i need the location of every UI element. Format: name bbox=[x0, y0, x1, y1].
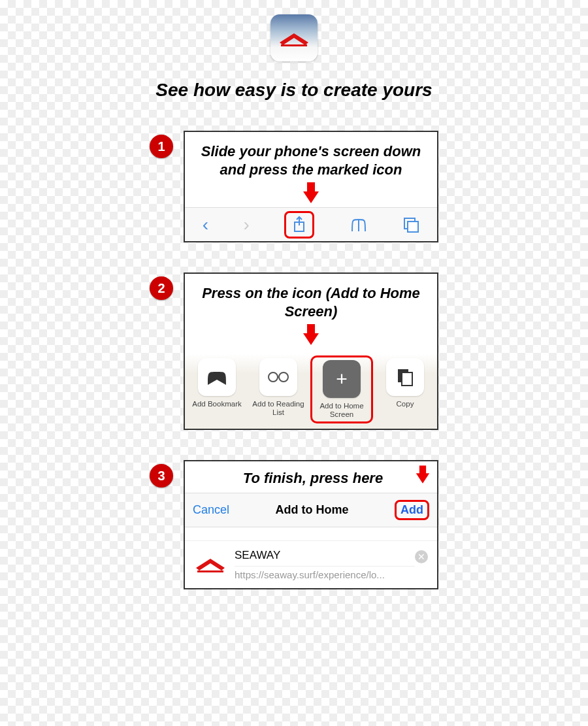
step-badge-3: 3 bbox=[150, 464, 173, 487]
svg-rect-11 bbox=[197, 570, 223, 572]
navbar-title: Add to Home bbox=[276, 503, 349, 517]
seaway-logo-icon bbox=[278, 28, 310, 48]
share-option-home-screen[interactable]: + Add to Home Screen bbox=[310, 355, 373, 423]
share-button-highlight[interactable] bbox=[284, 211, 314, 239]
step-2-card: Press on the icon (Add to Home Screen) A… bbox=[184, 272, 438, 430]
svg-rect-5 bbox=[408, 222, 418, 232]
bookmarks-icon[interactable] bbox=[350, 217, 368, 233]
clear-text-icon[interactable]: ✕ bbox=[415, 550, 428, 563]
step-3: 3 To finish, press here Cancel Add to Ho… bbox=[150, 460, 438, 589]
reading-list-icon bbox=[265, 371, 291, 384]
bookmark-detail-row: SEAWAY https://seaway.surf/experience/lo… bbox=[185, 540, 437, 588]
arrow-down-icon bbox=[303, 333, 319, 345]
step-1-instruction: Slide your phone's screen down and press… bbox=[185, 132, 437, 182]
cancel-button[interactable]: Cancel bbox=[193, 503, 229, 517]
copy-icon bbox=[396, 367, 414, 387]
svg-point-6 bbox=[269, 372, 278, 382]
tabs-icon[interactable] bbox=[402, 216, 419, 233]
share-option-copy[interactable]: Copy bbox=[376, 355, 434, 423]
bookmark-name-field[interactable]: SEAWAY bbox=[235, 549, 415, 567]
share-options-row: Add Bookmark Add to Reading List + Add t… bbox=[185, 350, 437, 429]
forward-icon: › bbox=[244, 214, 250, 235]
add-button[interactable]: Add bbox=[400, 503, 423, 516]
step-2: 2 Press on the icon (Add to Home Screen)… bbox=[150, 272, 438, 430]
safari-toolbar: ‹ › bbox=[185, 207, 437, 241]
bookmark-icon bbox=[206, 368, 228, 386]
back-icon[interactable]: ‹ bbox=[203, 214, 208, 235]
share-option-bookmark[interactable]: Add Bookmark bbox=[188, 355, 246, 423]
app-icon bbox=[270, 14, 318, 61]
page-heading: See how easy is to create yours bbox=[155, 80, 432, 101]
seaway-logo-icon bbox=[194, 554, 227, 575]
add-to-home-navbar: Cancel Add to Home Add bbox=[185, 493, 437, 527]
arrow-down-icon bbox=[303, 191, 319, 203]
step-2-instruction: Press on the icon (Add to Home Screen) bbox=[185, 274, 437, 324]
step-3-instruction: To finish, press here bbox=[243, 469, 383, 487]
svg-rect-0 bbox=[281, 44, 307, 46]
svg-point-7 bbox=[279, 372, 288, 382]
svg-rect-10 bbox=[402, 372, 412, 386]
step-1: 1 Slide your phone's screen down and pre… bbox=[150, 131, 438, 242]
step-1-card: Slide your phone's screen down and press… bbox=[184, 131, 438, 242]
bookmark-url-field: https://seaway.surf/experience/lo... bbox=[235, 569, 415, 580]
step-3-card: To finish, press here Cancel Add to Home… bbox=[184, 460, 438, 589]
arrow-down-icon bbox=[416, 474, 429, 484]
add-button-highlight[interactable]: Add bbox=[395, 500, 429, 520]
step-badge-1: 1 bbox=[150, 135, 173, 158]
plus-icon: + bbox=[323, 360, 361, 398]
share-icon bbox=[291, 216, 307, 234]
step-badge-2: 2 bbox=[150, 276, 173, 300]
share-option-reading-list[interactable]: Add to Reading List bbox=[249, 355, 308, 423]
